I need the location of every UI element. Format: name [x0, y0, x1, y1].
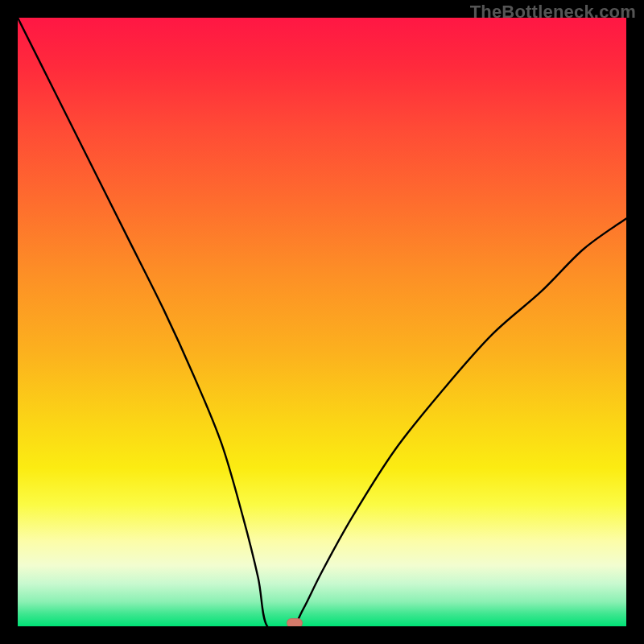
- plot-area: [18, 18, 626, 626]
- bottleneck-curve: [18, 18, 626, 626]
- watermark-text: TheBottleneck.com: [470, 2, 636, 23]
- chart-page: TheBottleneck.com: [0, 0, 644, 644]
- optimum-marker: [287, 618, 303, 626]
